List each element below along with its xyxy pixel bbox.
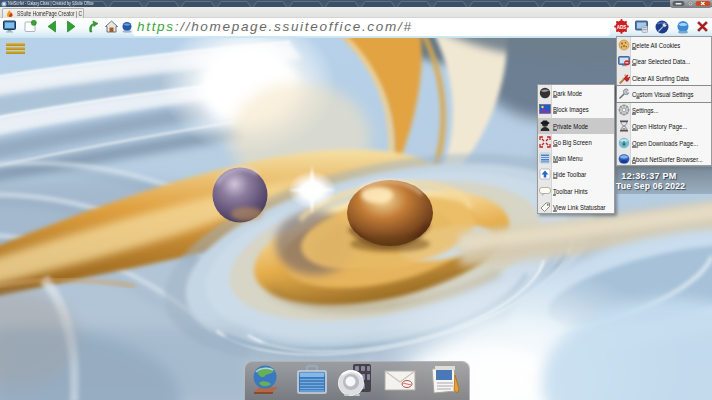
svg-text:ADS: ADS	[617, 25, 627, 30]
